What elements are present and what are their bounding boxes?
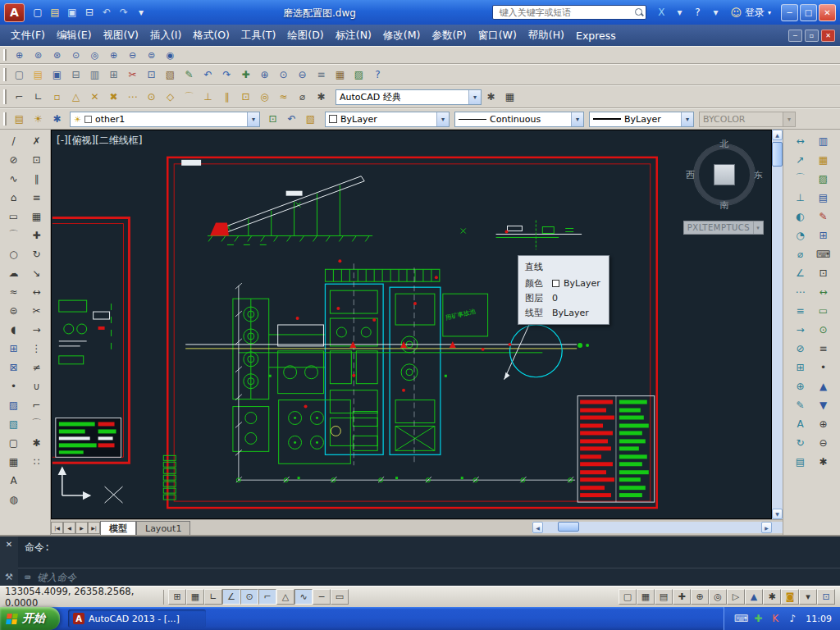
compass-south-label[interactable]: 南 (720, 199, 729, 212)
diameter-dimension-icon[interactable]: ⌀ (790, 244, 811, 263)
dimension-style-icon[interactable]: ▤ (790, 452, 811, 471)
break-icon[interactable]: ≠ (26, 358, 48, 377)
break-at-point-icon[interactable]: ⋮ (26, 339, 48, 358)
zoom-dynamic-icon[interactable]: ⊚ (29, 48, 48, 62)
spline-icon[interactable]: ≈ (3, 282, 25, 301)
qat-plot-icon[interactable]: ⊟ (81, 4, 98, 21)
erase-icon[interactable]: ✗ (26, 131, 48, 150)
zoom-all-icon[interactable]: ⊜ (142, 48, 161, 62)
snap-insertion-icon[interactable]: ⊡ (236, 89, 255, 105)
layer-states-icon[interactable]: ☀ (29, 111, 48, 127)
paste-icon[interactable]: ▧ (161, 66, 180, 83)
command-close-icon[interactable]: ✕ (6, 540, 12, 549)
layer-properties-icon[interactable]: ▤ (10, 111, 29, 127)
qat-dropdown-icon[interactable]: ▾ (133, 4, 149, 21)
toolbar-grip[interactable] (3, 49, 7, 61)
layer-translate-icon[interactable]: ▧ (301, 111, 320, 127)
zoom-realtime-icon[interactable]: ⊕ (255, 66, 274, 83)
color-combo[interactable]: ByLayer ▾ (325, 112, 450, 127)
snap-perpendicular-icon[interactable]: ⊥ (199, 89, 217, 105)
fillet-icon[interactable]: ⌒ (26, 414, 48, 433)
make-block-icon[interactable]: ⊠ (3, 358, 25, 377)
ordinate-dimension-icon[interactable]: ⊥ (790, 188, 811, 207)
snap-tangent-icon[interactable]: ⌒ (180, 89, 199, 105)
horizontal-scroll-track[interactable] (543, 522, 761, 533)
insert-block-icon[interactable]: ⊞ (3, 339, 25, 358)
gradient-icon[interactable]: ▧ (3, 414, 25, 433)
dimension-text-edit-icon[interactable]: A (790, 414, 811, 433)
grid-toggle[interactable]: ▦ (186, 589, 204, 605)
command-line-icon[interactable]: ⌨ (813, 244, 834, 263)
command-input[interactable] (35, 571, 833, 584)
menu-item[interactable]: 工具(T) (235, 25, 281, 46)
compass-east-label[interactable]: 东 (754, 169, 763, 181)
layer-combo[interactable]: ☀ other1 ▾ (70, 112, 260, 127)
angular-dimension-icon[interactable]: ∠ (790, 263, 811, 282)
otrack-toggle[interactable]: ⌐ (258, 589, 276, 605)
scale-icon[interactable]: ↘ (26, 263, 48, 282)
ortho-toggle[interactable]: ∟ (204, 589, 222, 605)
qat-undo-icon[interactable]: ↶ (98, 4, 115, 21)
search-icon[interactable] (634, 7, 644, 17)
extend-icon[interactable]: → (26, 320, 48, 339)
ungroup-icon[interactable]: ⊖ (813, 433, 834, 452)
tab-prev-button[interactable]: ◀ (63, 522, 75, 534)
chamfer-icon[interactable]: ⌐ (26, 395, 48, 414)
open-icon[interactable]: ▤ (29, 66, 48, 83)
layer-previous-icon[interactable]: ↶ (282, 111, 301, 127)
compass-west-label[interactable]: 西 (686, 169, 695, 181)
tab-next-button[interactable]: ▶ (75, 522, 88, 534)
properties-icon[interactable]: ≡ (312, 66, 331, 83)
polygon-icon[interactable]: ⌂ (3, 188, 25, 207)
quick-calc-icon[interactable]: ⊞ (813, 226, 834, 244)
line-icon[interactable]: / (3, 131, 25, 150)
menu-item[interactable]: 格式(O) (187, 25, 235, 46)
help-icon[interactable]: ? (689, 4, 705, 21)
ducs-toggle[interactable]: △ (276, 589, 294, 605)
exchange-x-icon[interactable]: X (653, 4, 669, 21)
scroll-right-button[interactable]: ▶ (761, 522, 772, 533)
lineweight-combo[interactable]: ByLayer ▾ (589, 112, 694, 127)
tolerance-icon[interactable]: ⊞ (790, 358, 811, 377)
snap-none-icon[interactable]: ⌀ (293, 89, 312, 105)
ime-icon[interactable]: ⌨ (734, 613, 747, 624)
osnap-toggle[interactable]: ⊙ (240, 589, 258, 605)
tab-layout1[interactable]: Layout1 (136, 521, 190, 535)
zoom-in-icon[interactable]: ⊕ (104, 48, 123, 62)
join-icon[interactable]: ∪ (26, 377, 48, 395)
menu-item[interactable]: 插入(I) (144, 25, 187, 46)
tool-palettes2-icon[interactable]: ▨ (813, 169, 834, 188)
zoom-scale-icon[interactable]: ⊛ (48, 48, 66, 62)
revision-cloud-icon[interactable]: ☁ (3, 263, 25, 282)
markup-set-icon[interactable]: ✎ (813, 207, 834, 226)
quick-view-layouts-button[interactable]: ▦ (637, 589, 655, 605)
dimension-edit-icon[interactable]: ✎ (790, 395, 811, 414)
rectangle-icon[interactable]: ▭ (3, 207, 25, 226)
new-icon[interactable]: ▢ (10, 66, 29, 83)
align-icon[interactable]: ∷ (26, 452, 48, 471)
id-point-icon[interactable]: ⊙ (813, 320, 834, 339)
match-properties-icon[interactable]: ✎ (180, 66, 199, 83)
linetype-combo[interactable]: Continuous ▾ (454, 112, 584, 127)
qat-redo-icon[interactable]: ↷ (116, 4, 132, 21)
toolbar-grip[interactable] (3, 112, 7, 126)
pan-icon[interactable]: ✚ (236, 66, 255, 83)
menu-item[interactable]: 修改(M) (377, 25, 427, 46)
menu-item[interactable]: 编辑(E) (51, 25, 98, 46)
distance-icon[interactable]: ↔ (813, 282, 834, 301)
ellipse-arc-icon[interactable]: ◖ (3, 320, 25, 339)
doc-restore-button[interactable]: ▫ (805, 30, 819, 42)
group-icon[interactable]: ⊕ (813, 414, 834, 433)
view-compass[interactable]: 北 南 西 东 (689, 139, 760, 210)
snap-parallel-icon[interactable]: ∥ (217, 89, 236, 105)
ellipse-icon[interactable]: ⊜ (3, 301, 25, 320)
minimize-button[interactable]: ─ (781, 4, 798, 21)
menu-item[interactable]: 窗口(W) (472, 25, 523, 46)
clean-screen-button[interactable]: ⊡ (817, 589, 835, 605)
redo-icon[interactable]: ↷ (217, 66, 236, 83)
menu-item[interactable]: 视图(V) (98, 25, 144, 46)
menu-item[interactable]: 文件(F) (5, 25, 51, 46)
qat-open-icon[interactable]: ▤ (47, 4, 63, 21)
toolbar-grip[interactable] (3, 89, 7, 104)
taskbar-item-autocad[interactable]: A AutoCAD 2013 - [...] (68, 609, 206, 628)
